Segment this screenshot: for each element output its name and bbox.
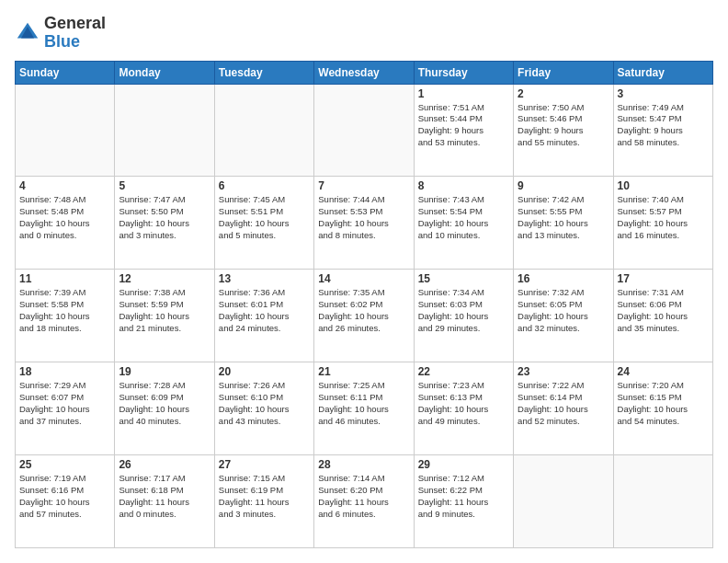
day-info: Sunrise: 7:45 AM Sunset: 5:51 PM Dayligh… (219, 194, 310, 241)
calendar-cell: 4Sunrise: 7:48 AM Sunset: 5:48 PM Daylig… (16, 177, 115, 270)
weekday-header-wednesday: Wednesday (314, 61, 414, 84)
day-info: Sunrise: 7:25 AM Sunset: 6:11 PM Dayligh… (318, 380, 409, 427)
calendar-week-row: 25Sunrise: 7:19 AM Sunset: 6:16 PM Dayli… (16, 455, 713, 548)
weekday-header-friday: Friday (514, 61, 613, 84)
day-info: Sunrise: 7:17 AM Sunset: 6:18 PM Dayligh… (119, 473, 210, 520)
day-number: 19 (119, 365, 210, 378)
day-number: 20 (219, 365, 310, 378)
calendar-cell: 20Sunrise: 7:26 AM Sunset: 6:10 PM Dayli… (214, 362, 313, 455)
day-info: Sunrise: 7:50 AM Sunset: 5:46 PM Dayligh… (518, 102, 609, 149)
weekday-header-monday: Monday (115, 61, 214, 84)
calendar-week-row: 18Sunrise: 7:29 AM Sunset: 6:07 PM Dayli… (16, 362, 713, 455)
day-number: 26 (119, 458, 210, 471)
header: General Blue (15, 15, 713, 52)
calendar-cell: 12Sunrise: 7:38 AM Sunset: 5:59 PM Dayli… (115, 270, 214, 362)
calendar-cell: 13Sunrise: 7:36 AM Sunset: 6:01 PM Dayli… (214, 270, 313, 362)
day-number: 7 (318, 179, 409, 192)
day-info: Sunrise: 7:51 AM Sunset: 5:44 PM Dayligh… (418, 102, 509, 149)
calendar-cell: 11Sunrise: 7:39 AM Sunset: 5:58 PM Dayli… (16, 270, 115, 362)
day-info: Sunrise: 7:43 AM Sunset: 5:54 PM Dayligh… (418, 194, 509, 241)
calendar-cell: 25Sunrise: 7:19 AM Sunset: 6:16 PM Dayli… (16, 455, 115, 548)
day-info: Sunrise: 7:19 AM Sunset: 6:16 PM Dayligh… (19, 473, 110, 520)
logo: General Blue (15, 15, 106, 52)
calendar-cell: 1Sunrise: 7:51 AM Sunset: 5:44 PM Daylig… (414, 84, 513, 177)
day-info: Sunrise: 7:26 AM Sunset: 6:10 PM Dayligh… (219, 380, 310, 427)
calendar-cell (16, 84, 115, 177)
day-number: 25 (19, 458, 110, 471)
calendar-cell: 21Sunrise: 7:25 AM Sunset: 6:11 PM Dayli… (314, 362, 414, 455)
calendar-cell (514, 455, 613, 548)
calendar-cell: 23Sunrise: 7:22 AM Sunset: 6:14 PM Dayli… (514, 362, 613, 455)
day-number: 15 (418, 272, 509, 285)
day-info: Sunrise: 7:35 AM Sunset: 6:02 PM Dayligh… (318, 287, 409, 334)
logo-text: General Blue (44, 15, 106, 52)
day-info: Sunrise: 7:47 AM Sunset: 5:50 PM Dayligh… (119, 194, 210, 241)
day-info: Sunrise: 7:15 AM Sunset: 6:19 PM Dayligh… (219, 473, 310, 520)
calendar-cell: 22Sunrise: 7:23 AM Sunset: 6:13 PM Dayli… (414, 362, 513, 455)
day-number: 29 (418, 458, 509, 471)
day-number: 16 (518, 272, 609, 285)
day-number: 24 (618, 365, 709, 378)
day-info: Sunrise: 7:20 AM Sunset: 6:15 PM Dayligh… (618, 380, 709, 427)
day-info: Sunrise: 7:36 AM Sunset: 6:01 PM Dayligh… (219, 287, 310, 334)
logo-icon (15, 20, 40, 46)
calendar-cell: 24Sunrise: 7:20 AM Sunset: 6:15 PM Dayli… (613, 362, 712, 455)
weekday-header-saturday: Saturday (613, 61, 712, 84)
day-info: Sunrise: 7:48 AM Sunset: 5:48 PM Dayligh… (19, 194, 110, 241)
day-info: Sunrise: 7:29 AM Sunset: 6:07 PM Dayligh… (19, 380, 110, 427)
day-number: 6 (219, 179, 310, 192)
day-number: 1 (418, 87, 509, 100)
calendar-cell: 17Sunrise: 7:31 AM Sunset: 6:06 PM Dayli… (613, 270, 712, 362)
calendar-cell: 3Sunrise: 7:49 AM Sunset: 5:47 PM Daylig… (613, 84, 712, 177)
day-info: Sunrise: 7:32 AM Sunset: 6:05 PM Dayligh… (518, 287, 609, 334)
weekday-header-sunday: Sunday (16, 61, 115, 84)
day-number: 5 (119, 179, 210, 192)
calendar-cell: 29Sunrise: 7:12 AM Sunset: 6:22 PM Dayli… (414, 455, 513, 548)
day-info: Sunrise: 7:23 AM Sunset: 6:13 PM Dayligh… (418, 380, 509, 427)
calendar-cell: 14Sunrise: 7:35 AM Sunset: 6:02 PM Dayli… (314, 270, 414, 362)
day-number: 13 (219, 272, 310, 285)
day-number: 3 (618, 87, 709, 100)
day-info: Sunrise: 7:38 AM Sunset: 5:59 PM Dayligh… (119, 287, 210, 334)
day-number: 21 (318, 365, 409, 378)
calendar-cell: 19Sunrise: 7:28 AM Sunset: 6:09 PM Dayli… (115, 362, 214, 455)
day-info: Sunrise: 7:12 AM Sunset: 6:22 PM Dayligh… (418, 473, 509, 520)
calendar-cell (314, 84, 414, 177)
calendar-cell: 6Sunrise: 7:45 AM Sunset: 5:51 PM Daylig… (214, 177, 313, 270)
calendar-cell: 26Sunrise: 7:17 AM Sunset: 6:18 PM Dayli… (115, 455, 214, 548)
day-number: 14 (318, 272, 409, 285)
day-number: 9 (518, 179, 609, 192)
day-info: Sunrise: 7:14 AM Sunset: 6:20 PM Dayligh… (318, 473, 409, 520)
calendar-cell: 16Sunrise: 7:32 AM Sunset: 6:05 PM Dayli… (514, 270, 613, 362)
day-info: Sunrise: 7:31 AM Sunset: 6:06 PM Dayligh… (618, 287, 709, 334)
day-info: Sunrise: 7:28 AM Sunset: 6:09 PM Dayligh… (119, 380, 210, 427)
calendar-week-row: 11Sunrise: 7:39 AM Sunset: 5:58 PM Dayli… (16, 270, 713, 362)
calendar-cell (214, 84, 313, 177)
day-info: Sunrise: 7:22 AM Sunset: 6:14 PM Dayligh… (518, 380, 609, 427)
day-info: Sunrise: 7:49 AM Sunset: 5:47 PM Dayligh… (618, 102, 709, 149)
calendar-cell: 18Sunrise: 7:29 AM Sunset: 6:07 PM Dayli… (16, 362, 115, 455)
calendar-cell: 15Sunrise: 7:34 AM Sunset: 6:03 PM Dayli… (414, 270, 513, 362)
day-info: Sunrise: 7:42 AM Sunset: 5:55 PM Dayligh… (518, 194, 609, 241)
day-info: Sunrise: 7:39 AM Sunset: 5:58 PM Dayligh… (19, 287, 110, 334)
day-number: 2 (518, 87, 609, 100)
calendar-cell (613, 455, 712, 548)
day-number: 28 (318, 458, 409, 471)
day-info: Sunrise: 7:34 AM Sunset: 6:03 PM Dayligh… (418, 287, 509, 334)
day-info: Sunrise: 7:44 AM Sunset: 5:53 PM Dayligh… (318, 194, 409, 241)
calendar-cell: 7Sunrise: 7:44 AM Sunset: 5:53 PM Daylig… (314, 177, 414, 270)
day-number: 8 (418, 179, 509, 192)
calendar-table: SundayMondayTuesdayWednesdayThursdayFrid… (15, 61, 713, 548)
day-number: 4 (19, 179, 110, 192)
calendar-cell: 5Sunrise: 7:47 AM Sunset: 5:50 PM Daylig… (115, 177, 214, 270)
calendar-cell: 10Sunrise: 7:40 AM Sunset: 5:57 PM Dayli… (613, 177, 712, 270)
page: General Blue SundayMondayTuesdayWednesda… (0, 0, 728, 563)
day-number: 27 (219, 458, 310, 471)
day-number: 11 (19, 272, 110, 285)
calendar-week-row: 1Sunrise: 7:51 AM Sunset: 5:44 PM Daylig… (16, 84, 713, 177)
day-number: 23 (518, 365, 609, 378)
day-number: 18 (19, 365, 110, 378)
day-info: Sunrise: 7:40 AM Sunset: 5:57 PM Dayligh… (618, 194, 709, 241)
weekday-header-thursday: Thursday (414, 61, 513, 84)
day-number: 22 (418, 365, 509, 378)
